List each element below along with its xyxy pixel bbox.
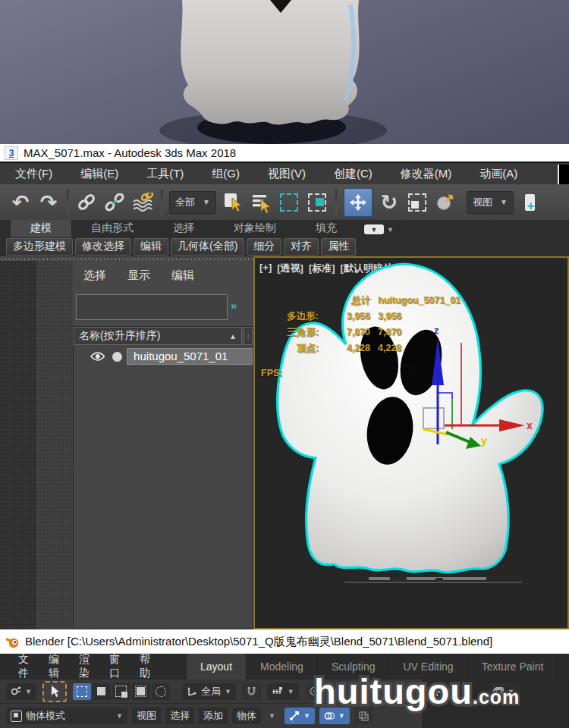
- view-menu[interactable]: 视图: [132, 708, 161, 724]
- tab-modeling[interactable]: Modeling: [246, 654, 317, 679]
- selection-filter-dropdown[interactable]: 全部 ▼: [169, 191, 216, 214]
- explorer-menu-display[interactable]: 显示: [127, 268, 150, 283]
- gizmo-icon: [289, 711, 300, 721]
- window-crossing-toggle[interactable]: [306, 189, 329, 216]
- ribbon-panel-bar: 多边形建模 修改选择 编辑 几何体(全部) 细分 对齐 属性: [0, 237, 569, 256]
- menubar-end-block: [558, 165, 569, 186]
- column-options-button[interactable]: ⁞: [244, 327, 253, 345]
- ribbon-minimize-button[interactable]: ▼: [364, 224, 384, 234]
- object-type-dot-icon[interactable]: [112, 352, 122, 362]
- max-main-toolbar: ↶ ↷ 全部 ▼: [0, 184, 569, 220]
- watermark-main: huitugou: [314, 671, 473, 711]
- blender-menu-render[interactable]: 渲染: [79, 653, 90, 680]
- select-and-move-button[interactable]: [344, 188, 373, 217]
- gizmo-y-label: y: [481, 435, 487, 447]
- max-titlebar: 3 MAX_5071.max - Autodesk 3ds Max 2018: [0, 144, 569, 162]
- unlink-selection-icon[interactable]: [103, 189, 126, 216]
- explorer-expand-chevron-icon[interactable]: »: [231, 299, 237, 312]
- max-menu-edit[interactable]: 编辑(E): [80, 167, 118, 181]
- object-menu[interactable]: 物体: [232, 708, 261, 724]
- panel-properties[interactable]: 属性: [321, 238, 356, 256]
- max-menu-group[interactable]: 组(G): [212, 167, 240, 181]
- object-name-label[interactable]: huitugou_5071_01: [127, 348, 253, 365]
- undo-button[interactable]: ↶: [9, 189, 32, 216]
- explorer-menubar: 选择 显示 编辑: [83, 268, 194, 283]
- explorer-column-header[interactable]: 名称(按升序排序) ▲: [74, 327, 242, 345]
- select-mode-group: [73, 683, 170, 700]
- explorer-search-input[interactable]: [76, 294, 228, 320]
- panel-geometry-all[interactable]: 几何体(全部): [171, 238, 244, 256]
- chevron-down-icon[interactable]: ▼: [269, 712, 275, 720]
- perspective-viewport[interactable]: [+] [透视] [标准] [默认明暗处理]: [253, 256, 569, 629]
- panel-subdivision[interactable]: 细分: [247, 238, 281, 256]
- stats-verts-label: 顶点:: [261, 340, 319, 356]
- tab-layout[interactable]: Layout: [187, 654, 246, 679]
- add-menu[interactable]: 添加: [199, 708, 228, 724]
- panel-edit[interactable]: 编辑: [134, 238, 168, 256]
- reference-coordinate-dropdown[interactable]: 视图 ▼: [467, 191, 514, 214]
- blender-menu-help[interactable]: 帮助: [140, 653, 150, 680]
- mode-dropdown[interactable]: 物体模式 ▼: [6, 708, 127, 724]
- redo-button[interactable]: ↷: [37, 189, 60, 216]
- select-and-scale-button[interactable]: [406, 189, 429, 216]
- rectangular-selection-region-button[interactable]: [278, 189, 300, 216]
- ribbon-tab-populate[interactable]: 填充: [296, 220, 357, 237]
- explorer-menu-edit[interactable]: 编辑: [171, 268, 194, 283]
- ribbon-tab-freeform[interactable]: 自由形式: [71, 220, 153, 237]
- sort-ascending-icon: ▲: [229, 332, 237, 340]
- active-tool-select-box[interactable]: [42, 681, 67, 702]
- max-menu-modifiers[interactable]: 修改器(M): [401, 167, 452, 181]
- show-gizmo-toggle[interactable]: ▼: [284, 708, 315, 724]
- editor-type-button[interactable]: ▼: [6, 683, 36, 700]
- select-object-button[interactable]: [222, 189, 244, 216]
- max-menu-views[interactable]: 视图(V): [268, 167, 306, 181]
- explorer-menu-select[interactable]: 选择: [83, 268, 106, 283]
- stats-tris-object: 7,870: [378, 325, 484, 340]
- max-workspace: 选择 显示 编辑 » 名称(按升序排序) ▲ ⁞ huitugou_5071_0…: [0, 256, 569, 629]
- panel-polygon-modeling[interactable]: 多边形建模: [6, 238, 73, 256]
- select-mode-lasso[interactable]: [132, 683, 150, 700]
- select-menu[interactable]: 选择: [165, 708, 194, 724]
- select-by-name-button[interactable]: [250, 189, 272, 216]
- render-ghost-image: [0, 0, 569, 144]
- select-and-rotate-button[interactable]: ↻: [378, 189, 401, 216]
- max-menu-file[interactable]: 文件(F): [15, 167, 52, 181]
- tab-shading[interactable]: Shading: [557, 654, 569, 679]
- select-mode-circle[interactable]: [112, 683, 130, 700]
- collapsed-ribbon-strip: [0, 261, 36, 629]
- max-menu-animation[interactable]: 动画(A): [479, 167, 517, 181]
- huitugou-watermark: huitugou.com: [314, 670, 520, 712]
- chevron-down-icon[interactable]: ▼: [387, 226, 394, 234]
- panel-modify-selection[interactable]: 修改选择: [75, 238, 131, 256]
- use-pivot-center-button[interactable]: [434, 189, 457, 216]
- blender-menu-edit[interactable]: 编辑: [49, 653, 59, 680]
- 3dsmax-app-icon: 3: [5, 146, 18, 160]
- snap-magnet-toggle[interactable]: [242, 683, 261, 700]
- side-column: [36, 261, 74, 629]
- chevron-down-icon: ▼: [303, 712, 310, 720]
- select-and-link-icon[interactable]: [75, 189, 98, 216]
- panel-align[interactable]: 对齐: [284, 238, 319, 256]
- toolbar-separator: [161, 190, 162, 215]
- blender-titlebar: Blender [C:\Users\Administrator\Desktop\…: [0, 629, 569, 654]
- snap-settings-dropdown[interactable]: ▼: [267, 683, 299, 700]
- select-mode-box[interactable]: [93, 683, 111, 700]
- select-mode-paint[interactable]: [152, 683, 170, 700]
- ribbon-tab-modeling[interactable]: 建模: [11, 220, 71, 237]
- stats-verts-total: 4,228: [326, 340, 370, 356]
- max-menu-tools[interactable]: 工具(T): [146, 167, 184, 181]
- ribbon-tab-selection[interactable]: 选择: [153, 220, 214, 237]
- snaps-toggle-icon[interactable]: +: [519, 189, 542, 216]
- explorer-row-huitugou[interactable]: huitugou_5071_01: [74, 347, 253, 366]
- select-mode-tweak[interactable]: [73, 683, 91, 700]
- stats-polys-object: 3,956: [378, 309, 484, 325]
- stats-tris-label: 三角形:: [261, 325, 319, 340]
- blender-menu-file[interactable]: 文件: [18, 653, 29, 680]
- bind-to-spacewarp-icon[interactable]: [131, 189, 154, 216]
- blender-menu-window[interactable]: 窗口: [109, 653, 120, 680]
- visibility-eye-icon[interactable]: [90, 351, 105, 362]
- ribbon-tab-object-paint[interactable]: 对象绘制: [214, 220, 296, 237]
- stats-polys-label: 多边形:: [261, 309, 319, 325]
- transform-orientation-dropdown[interactable]: 全局 ▼: [182, 683, 236, 700]
- max-menu-create[interactable]: 创建(C): [334, 167, 373, 181]
